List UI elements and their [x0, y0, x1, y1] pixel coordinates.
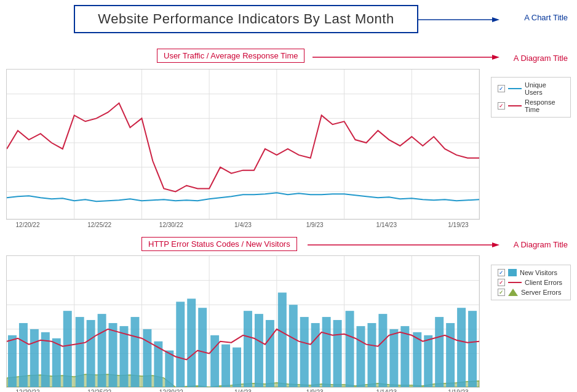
chart-title-box: Website Performance Indicators By Last M… — [74, 5, 418, 33]
main-container: Website Performance Indicators By Last M… — [0, 0, 577, 392]
legend-item-response-time: Response Time — [498, 98, 564, 113]
svg-marker-1 — [492, 17, 499, 22]
svg-marker-5 — [492, 242, 499, 247]
chart-title-annotation: A Chart Title — [524, 13, 568, 22]
svg-rect-67 — [400, 326, 409, 387]
legend-item-unique-users: Unique Users — [498, 81, 564, 96]
legend-rect-new-visitors — [508, 269, 517, 276]
legend-triangle-server-errors — [508, 289, 518, 296]
svg-rect-73 — [468, 311, 477, 387]
legend-checkbox-client-errors[interactable] — [498, 279, 505, 286]
svg-marker-3 — [492, 55, 499, 60]
diagram-title-2-annotation: A Diagram Title — [514, 240, 568, 249]
x-label-1-5: 1/14/23 — [365, 222, 408, 228]
chart-2-svg — [7, 256, 479, 387]
legend-checkbox-unique-users[interactable] — [498, 85, 505, 92]
legend-label-client-errors: Client Errors — [525, 279, 562, 286]
chart-title: Website Performance Indicators By Last M… — [98, 11, 394, 26]
legend-label-unique-users: Unique Users — [525, 81, 564, 96]
svg-rect-54 — [255, 314, 263, 387]
svg-rect-60 — [322, 317, 331, 387]
svg-rect-61 — [333, 320, 342, 387]
svg-rect-36 — [52, 338, 61, 387]
svg-rect-43 — [130, 317, 139, 387]
x-label-2-3: 1/4/23 — [221, 389, 265, 392]
svg-rect-57 — [289, 305, 298, 387]
legend-item-new-visitors: New Visitors — [498, 269, 564, 276]
diagram-title-1: User Traffic / Average Response Time — [164, 51, 298, 60]
legend-label-server-errors: Server Errors — [521, 289, 561, 296]
legend-line-response-time — [508, 105, 522, 106]
legend-label-response-time: Response Time — [525, 98, 564, 113]
chart-area-2 — [6, 255, 480, 388]
svg-rect-40 — [98, 314, 106, 387]
legend-item-server-errors: Server Errors — [498, 289, 564, 296]
legend-checkbox-server-errors[interactable] — [498, 289, 505, 296]
legend-line-client-errors — [508, 282, 522, 283]
svg-rect-58 — [300, 317, 309, 387]
legend-1: Unique Users Response Time — [491, 77, 571, 118]
diagram-title-1-box: User Traffic / Average Response Time — [157, 49, 304, 63]
svg-rect-69 — [424, 335, 432, 387]
svg-rect-42 — [120, 326, 129, 387]
svg-rect-51 — [221, 345, 230, 387]
svg-rect-71 — [446, 323, 455, 387]
x-label-2-2: 12/30/22 — [149, 389, 193, 392]
x-axis-labels-1: 12/20/22 12/25/22 12/30/22 1/4/23 1/9/23… — [6, 222, 480, 228]
x-label-1-1: 12/25/22 — [78, 222, 121, 228]
x-label-1-4: 1/9/23 — [293, 222, 336, 228]
legend-2: New Visitors Client Errors Server Errors — [491, 265, 571, 300]
x-label-2-4: 1/9/23 — [293, 389, 336, 392]
svg-rect-47 — [176, 302, 185, 387]
svg-rect-45 — [154, 342, 162, 387]
legend-label-new-visitors: New Visitors — [520, 269, 557, 276]
svg-rect-63 — [357, 326, 365, 387]
svg-rect-55 — [266, 320, 274, 387]
svg-rect-37 — [63, 311, 72, 387]
legend-item-client-errors: Client Errors — [498, 279, 564, 286]
x-label-2-6: 1/19/23 — [437, 389, 480, 392]
x-label-1-3: 1/4/23 — [221, 222, 265, 228]
x-label-2-0: 12/20/22 — [6, 389, 49, 392]
svg-rect-32 — [8, 335, 17, 387]
svg-rect-34 — [30, 329, 39, 387]
svg-rect-39 — [87, 320, 95, 387]
chart-area-1 — [6, 69, 480, 220]
svg-rect-66 — [389, 329, 398, 387]
x-label-2-5: 1/14/23 — [365, 389, 408, 392]
svg-rect-41 — [109, 323, 117, 387]
x-label-1-6: 1/19/23 — [437, 222, 480, 228]
x-label-1-2: 12/30/22 — [149, 222, 193, 228]
svg-rect-59 — [311, 323, 320, 387]
legend-line-unique-users — [508, 88, 522, 89]
svg-rect-52 — [233, 348, 241, 387]
svg-rect-53 — [244, 311, 252, 387]
chart-1-svg — [7, 70, 479, 219]
svg-rect-50 — [210, 335, 219, 387]
svg-rect-46 — [165, 351, 173, 387]
svg-rect-62 — [346, 311, 354, 387]
diagram-title-2-box: HTTP Error Status Codes / New Visitors — [141, 237, 297, 251]
svg-rect-56 — [278, 292, 287, 387]
diagram-title-2: HTTP Error Status Codes / New Visitors — [148, 239, 290, 249]
svg-rect-72 — [457, 308, 466, 387]
x-axis-labels-2: 12/20/22 12/25/22 12/30/22 1/4/23 1/9/23… — [6, 389, 480, 392]
svg-rect-65 — [378, 314, 387, 387]
svg-rect-48 — [187, 298, 196, 387]
x-label-2-1: 12/25/22 — [78, 389, 121, 392]
svg-rect-64 — [367, 323, 376, 387]
legend-checkbox-new-visitors[interactable] — [498, 269, 505, 276]
svg-rect-38 — [76, 317, 84, 387]
svg-rect-49 — [198, 308, 207, 387]
legend-checkbox-response-time[interactable] — [498, 102, 505, 110]
svg-rect-70 — [435, 317, 444, 387]
svg-rect-33 — [19, 323, 28, 387]
svg-rect-44 — [143, 329, 151, 387]
diagram-title-1-annotation: A Diagram Title — [514, 54, 568, 63]
x-label-1-0: 12/20/22 — [6, 222, 49, 228]
